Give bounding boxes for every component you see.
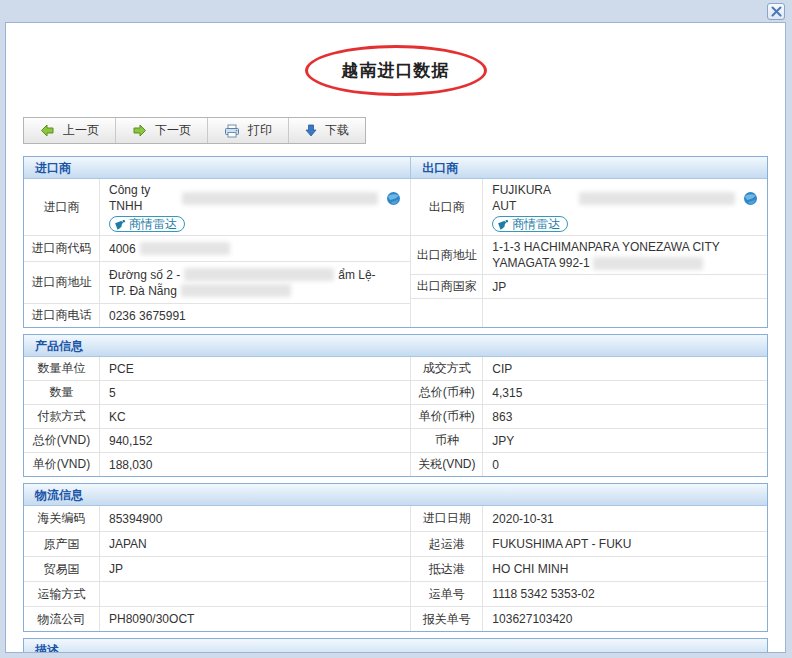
table-row: 付款方式 KC (24, 404, 410, 428)
exporter-table: 出口商 FUJIKURA AUT (410, 179, 767, 327)
field-label: 起运港 (411, 532, 483, 556)
table-row: 出口商国家 JP (411, 274, 767, 298)
redaction-blur (184, 268, 334, 281)
field-label: 贸易国 (24, 557, 100, 581)
prev-page-button[interactable]: 上一页 (24, 118, 115, 143)
arrow-down-icon (305, 124, 317, 137)
table-row: 抵达港 HO CHI MINH (411, 556, 767, 581)
table-row: 运输方式 (24, 581, 410, 606)
business-radar-badge[interactable]: 商情雷达 (109, 216, 185, 232)
description-section: 描述 产品描述 Đèn Led AL2M-A11R/ LED (23, 638, 768, 653)
table-row: 单价(VND) 188,030 (24, 452, 410, 476)
close-button[interactable] (767, 3, 785, 20)
description-section-header: 描述 (24, 639, 767, 653)
table-row: 报关单号 103627103420 (411, 606, 767, 631)
field-value: 0 (483, 453, 767, 476)
title-highlight-ellipse: 越南进口数据 (305, 45, 487, 96)
exporter-address-label: 出口商地址 (411, 236, 483, 274)
field-value: HO CHI MINH (483, 557, 767, 581)
field-label: 数量 (24, 381, 100, 404)
next-page-button[interactable]: 下一页 (115, 118, 207, 143)
field-value: 2020-10-31 (483, 506, 767, 531)
radar-icon (115, 219, 126, 230)
print-button[interactable]: 打印 (207, 118, 288, 143)
window-titlebar (0, 0, 792, 22)
redaction-blur (140, 242, 230, 255)
table-row: 总价(币种) 4,315 (411, 380, 767, 404)
field-value: JP (100, 557, 410, 581)
field-label: 付款方式 (24, 405, 100, 428)
logistics-section-header: 物流信息 (24, 484, 767, 506)
trader-section: 进口商 出口商 进口商 Công ty TNHH (23, 156, 768, 328)
importer-table: 进口商 Công ty TNHH (24, 179, 410, 327)
exporter-country-label: 出口商国家 (411, 275, 483, 298)
product-section-header: 产品信息 (24, 335, 767, 357)
importer-name-value: Công ty TNHH (109, 182, 178, 214)
table-row: 海关编码 85394900 (24, 506, 410, 531)
importer-header: 进口商 (24, 157, 410, 178)
field-label: 单价(VND) (24, 453, 100, 476)
logistics-left-table: 海关编码 85394900 原产国 JAPAN 贸易国 JP 运输方式 物流公司 (24, 506, 410, 631)
download-label: 下载 (325, 122, 349, 139)
field-label: 币种 (411, 429, 483, 452)
importer-phone-label: 进口商电话 (24, 304, 100, 327)
importer-address-cell: Đường số 2 - ẩm Lệ- TP. Đà Nẵng (100, 262, 410, 303)
redaction-blur (579, 192, 735, 205)
radar-badge-label: 商情雷达 (129, 216, 177, 232)
table-row: 原产国 JAPAN (24, 531, 410, 556)
globe-icon[interactable] (386, 191, 401, 206)
exporter-header: 出口商 (410, 157, 767, 178)
importer-code-value: 4006 (109, 241, 136, 257)
importer-phone-value: 0236 3675991 (100, 304, 410, 327)
logistics-right-table: 进口日期 2020-10-31 起运港 FUKUSHIMA APT - FUKU… (410, 506, 767, 631)
field-value: JPY (483, 429, 767, 452)
field-value: 4,315 (483, 381, 767, 404)
download-button[interactable]: 下载 (288, 118, 365, 143)
product-right-table: 成交方式 CIP 总价(币种) 4,315 单价(币种) 863 币种 JPY … (410, 357, 767, 476)
field-label: 进口日期 (411, 506, 483, 531)
printer-icon (224, 124, 240, 138)
radar-icon (498, 219, 509, 230)
title-area: 越南进口数据 (6, 45, 785, 103)
importer-code-cell: 4006 (100, 236, 410, 261)
print-label: 打印 (248, 122, 272, 139)
field-label: 运单号 (411, 582, 483, 606)
table-row: 数量 5 (24, 380, 410, 404)
exporter-name-value: FUJIKURA AUT (492, 182, 575, 214)
product-left-table: 数量单位 PCE 数量 5 付款方式 KC 总价(VND) 940,152 单价… (24, 357, 410, 476)
importer-name-label: 进口商 (24, 179, 100, 235)
field-label: 总价(VND) (24, 429, 100, 452)
table-row: 总价(VND) 940,152 (24, 428, 410, 452)
globe-icon[interactable] (743, 191, 758, 206)
table-row: 关税(VND) 0 (411, 452, 767, 476)
importer-code-label: 进口商代码 (24, 236, 100, 261)
field-value: CIP (483, 357, 767, 380)
redaction-blur (181, 284, 291, 297)
table-row: 贸易国 JP (24, 556, 410, 581)
table-row: 进口商代码 4006 (24, 235, 410, 261)
exporter-name-label: 出口商 (411, 179, 483, 235)
field-label: 运输方式 (24, 582, 100, 606)
table-row: 出口商 FUJIKURA AUT (411, 179, 767, 235)
product-section: 产品信息 数量单位 PCE 数量 5 付款方式 KC 总价(VND) 940,1… (23, 334, 768, 477)
page-title: 越南进口数据 (342, 61, 450, 80)
trader-section-header: 进口商 出口商 (24, 157, 767, 179)
dialog-content: 越南进口数据 上一页 下一页 (5, 22, 786, 653)
field-label: 报关单号 (411, 607, 483, 631)
field-value: 85394900 (100, 506, 410, 531)
table-row: 数量单位 PCE (24, 357, 410, 380)
table-row: 起运港 FUKUSHIMA APT - FUKU (411, 531, 767, 556)
table-row: 单价(币种) 863 (411, 404, 767, 428)
table-row: 进口商电话 0236 3675991 (24, 303, 410, 327)
arrow-left-icon (40, 124, 55, 137)
field-label: 关税(VND) (411, 453, 483, 476)
table-row: 物流公司 PH8090/30OCT (24, 606, 410, 631)
trade-data-dialog: { "window": { "close_icon": "x-close" },… (0, 0, 792, 658)
business-radar-badge[interactable]: 商情雷达 (492, 216, 568, 232)
radar-badge-label: 商情雷达 (512, 216, 560, 232)
field-value: 188,030 (100, 453, 410, 476)
field-value: FUKUSHIMA APT - FUKU (483, 532, 767, 556)
field-label: 抵达港 (411, 557, 483, 581)
field-label: 物流公司 (24, 607, 100, 631)
table-row (411, 298, 767, 327)
